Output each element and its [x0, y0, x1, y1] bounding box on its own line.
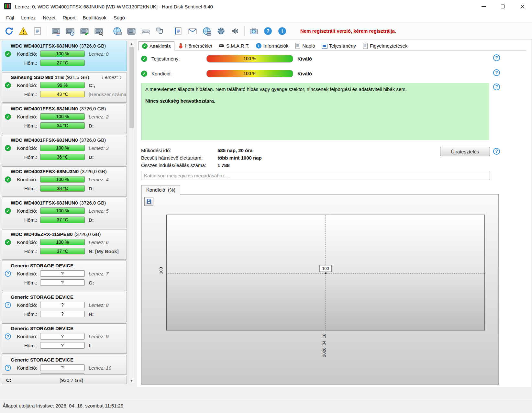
disk-title: WDC WD40EZRX-11SPEB0 (3726,0 GB) [2, 231, 127, 238]
ide-connector-button[interactable] [139, 24, 153, 38]
scrollbar-thumb[interactable] [129, 47, 134, 128]
temperature-label: Hőm.: [13, 374, 37, 375]
warnings-button[interactable] [16, 24, 30, 38]
settings-button[interactable] [214, 24, 228, 38]
status-bar: Állapot utoljára frissítve: 2026. 04. 18… [0, 401, 532, 413]
comment-input[interactable] [141, 171, 490, 180]
web-disks-button[interactable] [200, 24, 214, 38]
tab-label: S.M.A.R.T. [226, 43, 249, 49]
menu-item[interactable]: Riport [59, 14, 79, 21]
disk-tray-button[interactable] [124, 24, 139, 38]
tab[interactable]: Napló [292, 41, 318, 50]
report-button[interactable] [171, 24, 185, 38]
partition-item[interactable]: C: (930,7 GB) [2, 376, 127, 384]
temperature-value: ? [61, 311, 64, 317]
disk-number-label: Lemez: 1 [102, 74, 123, 80]
minimize-button[interactable] [474, 0, 493, 13]
save-chart-button[interactable] [144, 197, 153, 206]
toolbar: ? i Nem regisztrált verzió, kérem regisz… [0, 23, 532, 39]
disk-list-item[interactable]: WDC WD4001FFSX-68JNUN0 (3726,0 GB) Kondí… [2, 198, 127, 228]
email-icon [188, 26, 197, 36]
temperature-value: 36 °C [57, 154, 68, 160]
overview-meter-row: Kondíció: 100 % Kiváló [141, 69, 312, 78]
toolbar-separator [169, 26, 169, 37]
disk-number-label: Lemez: 10 [89, 365, 111, 371]
overview-meter-row: Teljesítmény: 100 % Kiváló [141, 54, 312, 63]
scroll-up-arrow-icon[interactable]: ▲ [129, 41, 134, 47]
disk-list: WDC WD4001FFSX-68JNUN0 (3726,0 GB) Kondí… [2, 41, 127, 384]
tab[interactable]: S.M.A.R.T. [216, 41, 253, 50]
temperature-bar: 38 °C [40, 185, 85, 192]
disk-list-item[interactable]: Generic STORAGE DEVICE Kondíció: ? Lemez… [2, 261, 127, 291]
condition-label: Kondíció: [13, 271, 37, 276]
disk-list-item[interactable]: Samsung SSD 980 1TB (931,5 GB) Lemez: 1 … [2, 72, 127, 103]
disk-list-item[interactable]: WDC WD4003FFBX-68MU3N0 (3726,0 GB) Kondí… [2, 166, 127, 197]
disk-clock-button[interactable] [63, 24, 77, 38]
network-disk-button[interactable] [110, 24, 124, 38]
disk-title: WDC WD4001FFSX-68JNUN0 (3726,0 GB) [2, 105, 127, 112]
tab[interactable]: Figyelmeztetések [359, 41, 411, 50]
help-icon[interactable]: ? [493, 148, 500, 155]
close-icon [520, 5, 525, 9]
disk-statistics: Működési idő: 585 nap, 20 óra Becsült há… [141, 147, 262, 169]
condition-value: ? [61, 271, 64, 276]
disk-cable-button[interactable] [49, 24, 63, 38]
disk-report-button[interactable] [30, 24, 45, 38]
disk-list-item[interactable]: WDC WD4001FFSX-68JNUN0 (3726,0 GB) Kondí… [2, 104, 127, 134]
toolbar-separator [47, 26, 47, 37]
disk-list-item[interactable]: WDC WD4001FFSX-68JNUN0 (3726,0 GB) Kondí… [2, 41, 127, 71]
temperature-bar: ? [40, 279, 85, 286]
disk-number-label [122, 294, 123, 300]
main-pane: Áttekintés Hőmérséklet S.M.A.R.T. Inform… [137, 39, 531, 387]
tab-label: Napló [302, 43, 315, 49]
disk-status-icon [5, 302, 11, 308]
disk-list-item[interactable]: WDC WD40EZRX-11SPEB0 (3726,0 GB) Kondíci… [2, 229, 127, 260]
disk-number-label [122, 106, 123, 111]
menu-item[interactable]: Beállítások [79, 14, 110, 21]
disk-list-item[interactable]: WDC WD4001FFSX-68JNUN0 (3726,0 GB) Kondí… [2, 135, 127, 165]
info-icon: i [277, 26, 287, 36]
email-button[interactable] [185, 24, 200, 38]
drive-letter-label: G: [89, 280, 94, 285]
menu-item[interactable]: Nézet [39, 14, 59, 21]
temperature-value: 27 °C [57, 60, 68, 65]
disk-list-item[interactable]: Generic STORAGE DEVICE Kondíció: ? Lemez… [2, 355, 127, 375]
sound-button[interactable] [228, 24, 242, 38]
menu-item[interactable]: Lemez [17, 14, 39, 21]
drive-letter-label: [Rendszer száma [89, 92, 127, 97]
disk-condition-row: Kondíció: ? Lemez: 7 [2, 269, 127, 278]
usb-plug-button[interactable] [153, 24, 167, 38]
disk-search-button[interactable] [92, 24, 106, 38]
disk-name: WDC WD4001FFSX-68JNUN0 [11, 43, 78, 49]
menu-item[interactable]: Fájl [3, 14, 17, 21]
tab[interactable]: Információk [253, 41, 292, 50]
disk-title: Generic STORAGE DEVICE [2, 356, 127, 363]
close-button[interactable] [513, 0, 532, 13]
help-icon[interactable]: ? [493, 54, 500, 61]
condition-label: Kondíció: [13, 365, 37, 371]
disk-list-item[interactable]: Generic STORAGE DEVICE Kondíció: ? Lemez… [2, 292, 127, 322]
register-link[interactable]: Nem regisztrált verzió, kérem regisztrál… [300, 28, 396, 34]
disk-test-button[interactable] [77, 24, 92, 38]
chart-tab-condition[interactable]: Kondíció (%) [141, 185, 180, 195]
info-button[interactable]: i [275, 24, 289, 38]
help-icon[interactable]: ? [493, 84, 500, 90]
refresh-button[interactable] [2, 24, 16, 38]
tab[interactable]: Áttekintés [139, 41, 174, 50]
maximize-button[interactable] [493, 0, 513, 13]
disk-size: (931,5 GB) [65, 74, 89, 80]
menu-item[interactable]: Súgó [110, 14, 128, 21]
tab[interactable]: Teljesítmény [318, 41, 359, 50]
disk-list-scrollbar[interactable]: ▲ ▼ [129, 41, 134, 384]
disk-list-item[interactable]: Generic STORAGE DEVICE Kondíció: ? Lemez… [2, 323, 127, 354]
tab[interactable]: Hőmérséklet [174, 41, 216, 50]
scroll-down-arrow-icon[interactable]: ▼ [129, 378, 134, 384]
tab-label: Teljesítmény [329, 43, 356, 49]
screenshot-button[interactable] [247, 24, 261, 38]
temperature-value: 37 °C [57, 249, 68, 254]
save-floppy-icon [146, 199, 152, 204]
help-button[interactable]: ? [261, 24, 275, 38]
retest-button[interactable]: Újratesztelés [440, 147, 490, 156]
help-icon[interactable]: ? [493, 69, 500, 76]
health-summary-text: A merevlemez állapota hibátlan. Nem talá… [145, 86, 485, 93]
